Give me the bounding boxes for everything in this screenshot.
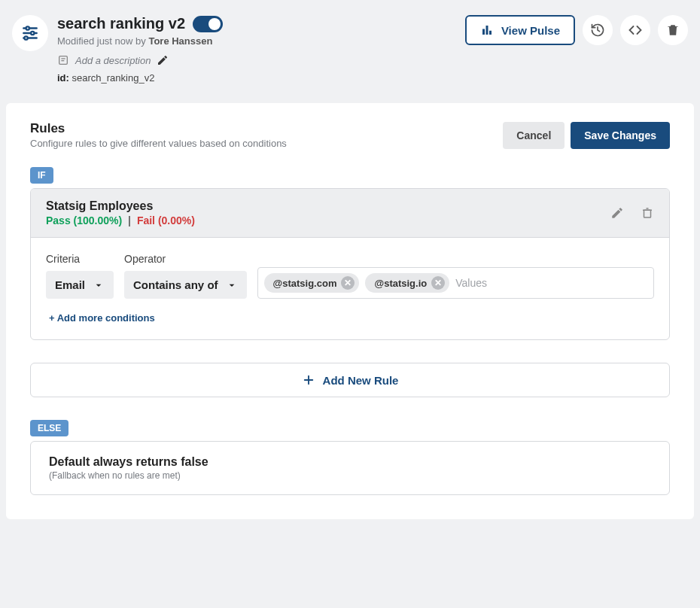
code-icon bbox=[628, 23, 643, 38]
rule-name: Statsig Employees bbox=[46, 199, 195, 213]
page-title: search ranking v2 bbox=[57, 15, 185, 32]
add-description[interactable]: Add a description bbox=[57, 54, 456, 66]
rules-subheading: Configure rules to give different values… bbox=[30, 138, 287, 149]
values-input[interactable]: @statsig.com ✕ @statsig.io ✕ bbox=[257, 267, 654, 299]
chevron-down-icon bbox=[93, 279, 105, 291]
svg-point-1 bbox=[26, 26, 29, 29]
add-rule-button[interactable]: Add New Rule bbox=[30, 363, 670, 397]
bar-chart-icon bbox=[480, 23, 494, 37]
modified-text: Modified just now by Tore Hanssen bbox=[57, 35, 456, 47]
else-badge: ELSE bbox=[30, 420, 68, 436]
remove-chip-icon[interactable]: ✕ bbox=[431, 276, 445, 290]
operator-select[interactable]: Contains any of bbox=[124, 271, 247, 299]
cancel-button[interactable]: Cancel bbox=[503, 122, 565, 149]
rule-box: Statsig Employees Pass (100.00%) | Fail … bbox=[30, 188, 670, 340]
else-title: Default always returns false bbox=[49, 455, 651, 469]
criteria-label: Criteria bbox=[46, 253, 114, 265]
pencil-icon bbox=[157, 54, 169, 66]
operator-label: Operator bbox=[124, 253, 247, 265]
delete-rule-icon[interactable] bbox=[641, 206, 654, 220]
trash-icon bbox=[665, 23, 680, 38]
chevron-down-icon bbox=[226, 279, 238, 291]
svg-point-3 bbox=[31, 32, 34, 35]
id-row: id: search_ranking_v2 bbox=[57, 72, 456, 84]
svg-rect-11 bbox=[489, 31, 492, 35]
rule-stats: Pass (100.00%) | Fail (0.00%) bbox=[46, 214, 195, 226]
svg-rect-12 bbox=[644, 210, 651, 217]
plus-icon bbox=[302, 373, 315, 387]
note-icon bbox=[57, 54, 69, 66]
rules-heading: Rules bbox=[30, 121, 287, 136]
view-pulse-button[interactable]: View Pulse bbox=[465, 15, 575, 45]
add-conditions-link[interactable]: + Add more conditions bbox=[49, 312, 155, 324]
svg-rect-9 bbox=[482, 29, 485, 35]
remove-chip-icon[interactable]: ✕ bbox=[341, 276, 355, 290]
enabled-toggle[interactable] bbox=[193, 16, 223, 32]
criteria-select[interactable]: Email bbox=[46, 271, 114, 299]
feature-icon bbox=[12, 15, 48, 51]
value-chip: @statsig.io ✕ bbox=[365, 273, 449, 293]
save-button[interactable]: Save Changes bbox=[571, 122, 670, 149]
edit-rule-icon[interactable] bbox=[610, 206, 624, 220]
svg-point-5 bbox=[24, 36, 27, 39]
delete-button[interactable] bbox=[658, 15, 688, 45]
if-badge: IF bbox=[30, 167, 53, 184]
value-chip: @statsig.com ✕ bbox=[264, 273, 360, 293]
else-subtitle: (Fallback when no rules are met) bbox=[49, 470, 651, 481]
history-button[interactable] bbox=[583, 15, 613, 45]
values-text-input[interactable] bbox=[455, 277, 647, 289]
history-icon bbox=[590, 23, 605, 38]
else-box: Default always returns false (Fallback w… bbox=[30, 441, 670, 495]
code-button[interactable] bbox=[620, 15, 650, 45]
svg-rect-10 bbox=[485, 26, 488, 35]
